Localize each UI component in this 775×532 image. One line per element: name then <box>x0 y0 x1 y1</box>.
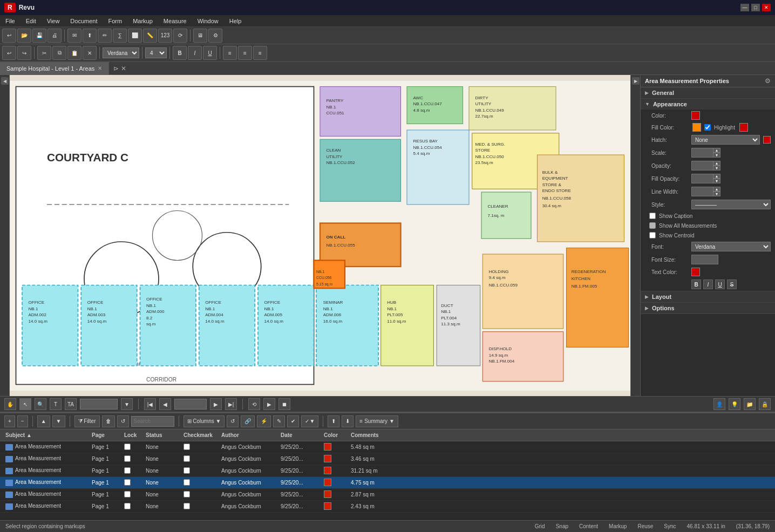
col-header-comments[interactable]: Comments <box>348 432 412 438</box>
scale-down-btn[interactable]: ▼ <box>713 153 720 158</box>
export-btn[interactable]: ⬆ <box>328 415 339 427</box>
menu-markup[interactable]: Markup <box>127 17 158 25</box>
delete-btn[interactable]: ✕ <box>83 46 97 60</box>
col-header-author[interactable]: Author <box>218 432 277 438</box>
filter-btn[interactable]: ⧩ Filter <box>74 415 100 427</box>
color-swatch[interactable] <box>691 111 700 120</box>
hand-tool-btn[interactable]: ✋ <box>4 398 16 410</box>
up-btn[interactable]: ▲ <box>37 415 50 427</box>
paste-btn[interactable]: 📋 <box>67 46 81 60</box>
col-header-subject[interactable]: Subject ▲ <box>2 432 89 438</box>
area-tool-btn[interactable]: TA <box>65 398 77 410</box>
table-row[interactable]: Area Measurement Page 1 None Angus Cockb… <box>0 453 775 465</box>
opacity-down-btn[interactable]: ▼ <box>713 166 720 170</box>
unlink-btn[interactable]: ⚡ <box>257 415 271 427</box>
scale-input[interactable]: 100 <box>691 148 713 158</box>
general-section-header[interactable]: ▶ General <box>641 87 775 98</box>
opacity-input[interactable]: 100 <box>691 161 713 170</box>
first-page-btn[interactable]: |◀ <box>144 398 156 410</box>
link-btn[interactable]: 🔗 <box>241 415 255 427</box>
highlight-checkbox[interactable] <box>704 124 711 131</box>
next-page-btn[interactable]: ▶ <box>210 398 222 410</box>
hatch-select[interactable]: None <box>691 135 760 145</box>
line-width-spinner[interactable]: 0.00 ▲ ▼ <box>691 187 720 196</box>
font-family-select[interactable]: Verdana <box>103 47 139 58</box>
panel-gear-icon[interactable]: ⚙ <box>765 77 771 85</box>
opacity-spinner[interactable]: 100 ▲ ▼ <box>691 161 720 170</box>
fill-opacity-spinner[interactable]: 50 ▲ ▼ <box>691 174 720 183</box>
font-select[interactable]: Verdana <box>691 242 771 251</box>
show-all-measurements-checkbox[interactable] <box>649 222 656 229</box>
col-header-checkmark[interactable]: Checkmark <box>180 432 218 438</box>
markup-btn[interactable]: Markup <box>609 523 627 529</box>
summary-btn[interactable]: ≡ Summary ▼ <box>356 415 398 427</box>
table-row[interactable]: Area Measurement Page 1 None Angus Cockb… <box>0 465 775 477</box>
redo-btn[interactable]: ↪ <box>17 46 31 60</box>
fill-opacity-input[interactable]: 50 <box>691 174 713 183</box>
table-row[interactable]: Area Measurement Page 1 None Angus Cockb… <box>0 477 775 489</box>
page-input[interactable]: 1 of 5 <box>174 399 207 410</box>
open-button[interactable]: 📂 <box>17 29 31 43</box>
refresh-btn[interactable]: ↺ <box>227 415 239 427</box>
menu-measure[interactable]: Measure <box>158 17 192 25</box>
last-page-btn[interactable]: ▶| <box>225 398 237 410</box>
menu-window[interactable]: Window <box>192 17 224 25</box>
text-tool-btn[interactable]: T <box>50 398 62 410</box>
reuse-btn[interactable]: Reuse <box>637 523 653 529</box>
email-button[interactable]: ✉ <box>67 29 81 43</box>
tool7[interactable]: ⟳ <box>173 29 187 43</box>
print-button[interactable]: 🖨 <box>47 29 62 43</box>
highlight-color-swatch[interactable] <box>739 123 748 132</box>
scale-spinner[interactable]: 100 ▲ ▼ <box>691 148 720 158</box>
table-row[interactable]: Area Measurement Page 1 None Angus Cockb… <box>0 501 775 513</box>
down-btn[interactable]: ▼ <box>52 415 65 427</box>
col-header-lock[interactable]: Lock <box>121 432 142 438</box>
close-button[interactable]: ✕ <box>762 4 771 11</box>
check-btn[interactable]: ✔ <box>287 415 299 427</box>
font-underline-btn[interactable]: U <box>715 279 725 289</box>
fill-opacity-down-btn[interactable]: ▼ <box>713 179 720 183</box>
monitor-button[interactable]: 🖥 <box>193 29 207 43</box>
table-row[interactable]: Area Measurement Page 1 None Angus Cockb… <box>0 489 775 501</box>
col-header-status[interactable]: Status <box>142 432 180 438</box>
layout-section-header[interactable]: ▶ Layout <box>641 291 775 302</box>
align-left-btn[interactable]: ≡ <box>223 46 237 60</box>
scale-up-btn[interactable]: ▲ <box>713 148 720 153</box>
close-all-icon[interactable]: ✕ <box>121 65 126 72</box>
menu-view[interactable]: View <box>42 17 65 25</box>
stop-btn[interactable]: ⏹ <box>278 398 290 410</box>
font-italic-btn[interactable]: I <box>703 279 713 289</box>
font-size-select[interactable]: 4 <box>145 47 167 58</box>
show-caption-checkbox[interactable] <box>649 213 656 219</box>
canvas-area[interactable]: COURTYARD C moved 200mm se PANTRY NB.1 C… <box>10 75 630 396</box>
bold-btn[interactable]: B <box>173 46 187 60</box>
lightbulb-btn[interactable]: 💡 <box>729 398 740 410</box>
doc-tab-main[interactable]: Sample Hospital - Level 1 - Areas ✕ <box>0 62 109 75</box>
font-strikethrough-btn[interactable]: S <box>727 279 737 289</box>
menu-file[interactable]: File <box>0 17 21 25</box>
menu-document[interactable]: Document <box>65 17 103 25</box>
col-header-color[interactable]: Color <box>321 432 348 438</box>
add-btn[interactable]: + <box>4 415 15 427</box>
new-button[interactable]: ↩ <box>2 29 16 43</box>
reset-btn[interactable]: ↺ <box>117 415 129 427</box>
cut-btn[interactable]: ✂ <box>37 46 51 60</box>
zoom-input[interactable]: 164.54% <box>80 399 118 410</box>
zoom-dropdown-btn[interactable]: ▼ <box>121 398 133 410</box>
align-right-btn[interactable]: ≡ <box>253 46 267 60</box>
show-centroid-checkbox[interactable] <box>649 232 656 238</box>
search-input[interactable] <box>131 416 174 427</box>
col-header-date[interactable]: Date <box>277 432 321 438</box>
columns-btn[interactable]: ⊞ Columns ▼ <box>183 415 225 427</box>
grid-btn[interactable]: Grid <box>535 523 545 529</box>
zoom-btn[interactable]: 🔍 <box>35 398 46 410</box>
tool2[interactable]: ✏ <box>98 29 112 43</box>
right-edge-btn-1[interactable]: ▶ <box>632 77 640 85</box>
remove-btn[interactable]: − <box>17 415 28 427</box>
user-btn[interactable]: 👤 <box>713 398 725 410</box>
line-width-input[interactable]: 0.00 <box>691 187 713 196</box>
copy-btn[interactable]: ⧉ <box>52 46 66 60</box>
tool5[interactable]: 📏 <box>143 29 157 43</box>
undo-btn[interactable]: ↩ <box>2 46 16 60</box>
select-tool-btn[interactable]: ↖ <box>19 398 31 410</box>
